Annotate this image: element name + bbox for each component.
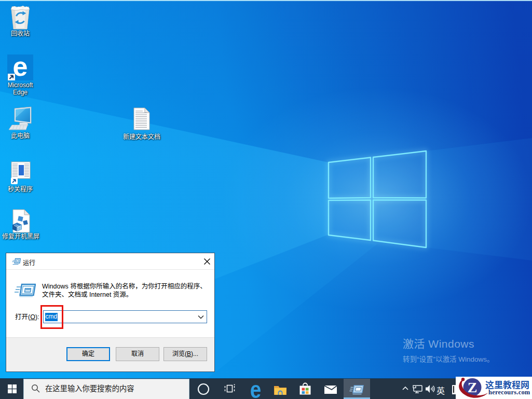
svg-text:Z: Z	[468, 379, 478, 395]
